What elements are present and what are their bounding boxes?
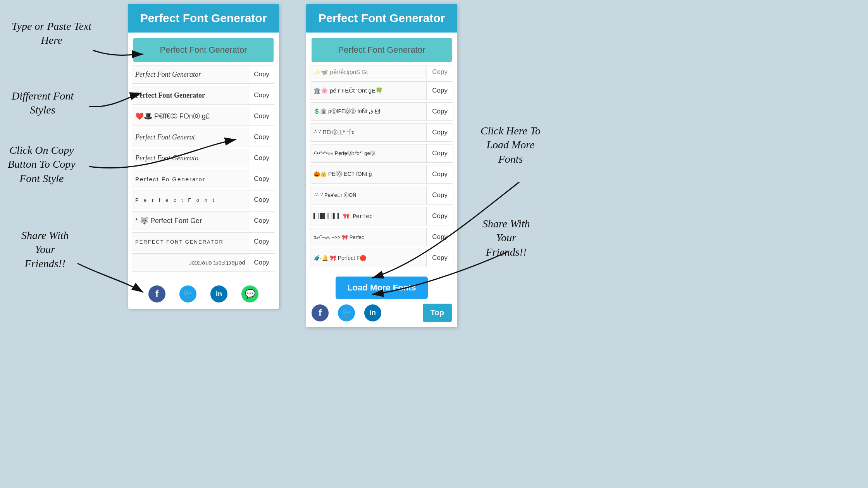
right-bottom-row: f 🐦 in Top (306, 304, 457, 327)
copy-button[interactable]: Copy (248, 233, 275, 251)
table-row: * 🐺 Perfect Font Ger Copy (132, 211, 275, 230)
font-text: ✨🦋 pẻrfẻctjọnS Gt (310, 69, 426, 76)
font-text: •]••°•°•»» PẹrfẹⓄt fo*ᵗ geⓈ (310, 150, 426, 157)
font-text: Perfect Font Generato (132, 154, 248, 162)
copy-button[interactable]: Copy (248, 107, 275, 125)
copy-button[interactable]: Copy (426, 207, 453, 225)
table-row: P e r f e c t F o n t Copy (132, 191, 275, 209)
table-row: Perfect Font Generat Copy (132, 128, 275, 146)
top-button[interactable]: Top (423, 304, 452, 322)
font-text: Perfect Font Generator (132, 91, 248, 100)
copy-button[interactable]: Copy (248, 86, 275, 104)
linkedin-icon-right[interactable]: in (364, 304, 381, 321)
copy-button[interactable]: Copy (248, 254, 275, 271)
table-row: •]••°•°•»» PẹrfẹⓄt fo*ᵗ geⓈ Copy (310, 144, 453, 163)
copy-button[interactable]: Copy (426, 249, 453, 267)
right-font-list: ✨🦋 pẻrfẻctjọnS Gt Copy 🏛️🌸 pé r FEČt 'On… (306, 65, 457, 273)
font-text: Perfect Font Generat (132, 133, 248, 141)
table-row: 💲🏛️ p⓪fFE⓪⓪ foŇt ق 🆣 Copy (310, 102, 453, 121)
left-font-list: Perfect Font Generator Copy Perfect Font… (128, 65, 279, 278)
right-text-input[interactable]: Perfect Font Generator (312, 38, 452, 62)
copy-button[interactable]: Copy (248, 149, 275, 167)
annotation-fonts: Different Font Styles (12, 89, 74, 117)
left-panel-header: Perfect Font Generator (128, 4, 279, 33)
font-text: ∙'∙'∙'∙' Peя'e□т ⓪ON̈ (310, 192, 426, 199)
table-row: Perfect Fo Generator Copy (132, 170, 275, 188)
font-text: ɹoʇɐɹǝuǝ ʇuoℲ ʇɔǝɟɹǝd (132, 259, 248, 266)
font-text: 💲🏛️ p⓪fFE⓪⓪ foŇt ق 🆣 (310, 108, 426, 115)
font-text: P e r f e c t F o n t (132, 197, 248, 203)
font-text: * 🐺 Perfect Font Ger (132, 217, 248, 225)
font-text: ▌║█▌║║▌║ 🎀 Perfec (310, 213, 426, 219)
copy-button[interactable]: Copy (248, 191, 275, 209)
annotation-copy: Click On Copy Button To Copy Font Style (8, 143, 76, 186)
copy-button[interactable]: Copy (248, 65, 275, 83)
annotation-load-more: Click Here To Load More Fonts (480, 124, 541, 166)
copy-button[interactable]: Copy (426, 103, 453, 120)
copy-button[interactable]: Copy (426, 228, 453, 246)
table-row: Perfect Font Generator Copy (132, 65, 275, 84)
copy-button[interactable]: Copy (426, 124, 453, 141)
right-panel: Perfect Font Generator Perfect Font Gene… (306, 4, 457, 327)
copy-button[interactable]: Copy (426, 82, 453, 100)
table-row: 🏛️🌸 pé r FEČt 'Ont gE🍀 Copy (310, 81, 453, 100)
font-text: ∙'∙'∙' ΠEr⓪王ᵃ 千c (310, 129, 426, 136)
left-panel: Perfect Font Generator Perfect Font Gene… (128, 4, 279, 309)
font-text: 🏛️🌸 pé r FEČt 'Ont gE🍀 (310, 87, 426, 94)
font-text: 🎃👑 PEf⓪ ECT fÔNt ğ (310, 171, 426, 178)
whatsapp-icon[interactable]: 💬 (241, 285, 258, 302)
copy-button[interactable]: Copy (426, 165, 453, 183)
table-row: Perfect Font Generator Copy (132, 86, 275, 105)
table-row: 🎃👑 PEf⓪ ECT fÔNt ğ Copy (310, 165, 453, 184)
table-row: ❤️🎩 P€ff€⓪ FOn⓪ g£ Copy (132, 107, 275, 125)
font-text: 🧳·🔔 🎀 Perfect F🔴 (310, 255, 426, 261)
table-row: ∙'∙'∙'∙' Peя'e□т ⓪ON̈ Copy (310, 186, 453, 204)
table-row: 🧳·🔔 🎀 Perfect F🔴 Copy (310, 249, 453, 267)
copy-button[interactable]: Copy (248, 212, 275, 230)
copy-button[interactable]: Copy (248, 170, 275, 188)
twitter-icon[interactable]: 🐦 (179, 285, 196, 302)
copy-button[interactable]: Copy (426, 144, 453, 162)
right-panel-header: Perfect Font Generator (306, 4, 457, 33)
left-social-row: f 🐦 in 💬 (128, 280, 279, 309)
copy-button[interactable]: Copy (426, 186, 453, 204)
font-text: Perfect Font Generator (132, 70, 248, 79)
copy-button[interactable]: Copy (426, 65, 453, 79)
facebook-icon[interactable]: f (148, 285, 165, 302)
font-text: PERFECT FONT GENERATOR (132, 239, 248, 245)
table-row: ▌║█▌║║▌║ 🎀 Perfec Copy (310, 207, 453, 225)
font-text: Perfect Fo Generator (132, 176, 248, 182)
table-row: ¤ₐ•˜─ₐ•..–>> 🎀 Perfec Copy (310, 228, 453, 246)
annotation-share-right: Share With Your Friends!! (482, 217, 530, 259)
linkedin-icon[interactable]: in (210, 285, 227, 302)
table-row: Perfect Font Generato Copy (132, 149, 275, 167)
facebook-icon-right[interactable]: f (312, 304, 329, 321)
annotation-share-left: Share With Your Friends!! (21, 229, 69, 271)
copy-button[interactable]: Copy (248, 128, 275, 146)
table-row: ∙'∙'∙' ΠEr⓪王ᵃ 千c Copy (310, 123, 453, 142)
annotation-type: Type or Paste Text Here (12, 19, 91, 48)
left-text-input[interactable]: Perfect Font Generator (133, 38, 274, 62)
load-more-button[interactable]: Load More Fonts (336, 277, 427, 299)
font-text: ¤ₐ•˜─ₐ•..–>> 🎀 Perfec (310, 234, 426, 240)
table-row: ✨🦋 pẻrfẻctjọnS Gt Copy (310, 65, 453, 79)
twitter-icon-right[interactable]: 🐦 (338, 304, 355, 321)
table-row: ɹoʇɐɹǝuǝ ʇuoℲ ʇɔǝɟɹǝd Copy (132, 253, 275, 272)
font-text: ❤️🎩 P€ff€⓪ FOn⓪ g£ (132, 112, 248, 121)
table-row: PERFECT FONT GENERATOR Copy (132, 232, 275, 251)
